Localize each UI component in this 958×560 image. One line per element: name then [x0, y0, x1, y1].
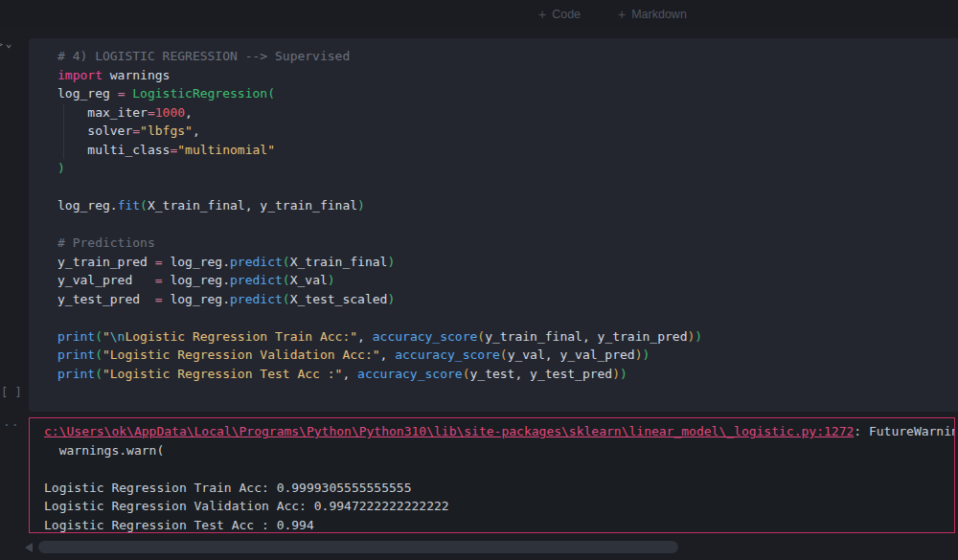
output-line: Logistic Regression Test Acc : 0.994 [44, 516, 954, 534]
code-token: log_reg. [163, 292, 230, 306]
plus-icon: + [538, 8, 546, 21]
code-token: ( [95, 329, 103, 344]
code-token: 1000 [155, 105, 185, 120]
code-token: import [57, 68, 103, 82]
code-token: Logistic Regression Train Acc:" [125, 329, 357, 344]
code-token: ( [95, 367, 103, 381]
output-line: c:\Users\ok\AppData\Local\Programs\Pytho… [44, 422, 954, 441]
scroll-left-arrow-icon[interactable] [25, 543, 33, 552]
code-token: , [185, 105, 193, 120]
code-line: # Predictions [57, 234, 702, 253]
code-token: ( [477, 329, 485, 344]
code-token: ( [500, 347, 508, 362]
code-token: predict [230, 255, 283, 269]
code-token: ) [643, 347, 650, 362]
code-token: accuracy_score [395, 347, 500, 362]
notebook-toolbar: + Code + Markdown [0, 0, 958, 29]
code-token: y_val_pred [57, 273, 155, 287]
code-token: = [155, 273, 163, 287]
plus-icon: + [618, 8, 626, 21]
code-token: log_reg. [163, 255, 230, 269]
add-markdown-label: Markdown [631, 8, 687, 21]
code-line: # 4) LOGISTIC REGRESSION --> Supervised [57, 47, 702, 66]
code-token: X_train_final [290, 255, 388, 269]
code-token: accuracy_score [373, 329, 478, 344]
cell-run-controls: ▷ ⌄ [0, 37, 11, 51]
code-token: warnings.warn( [44, 443, 164, 458]
run-cell-icon[interactable]: ▷ [0, 37, 3, 51]
output-lines: c:\Users\ok\AppData\Local\Programs\Pytho… [30, 418, 954, 533]
code-token: LogisticRegression [132, 86, 267, 101]
chevron-down-icon[interactable]: ⌄ [6, 39, 12, 49]
code-line [57, 308, 702, 327]
code-line: print("\nLogistic Regression Train Acc:"… [57, 327, 702, 347]
output-line: Logistic Regression Validation Acc: 0.99… [44, 497, 954, 516]
code-token: = [132, 123, 140, 138]
code-cell-editor[interactable]: # 4) LOGISTIC REGRESSION --> Supervisedi… [29, 38, 958, 412]
code-token: ) [612, 367, 620, 381]
code-token: y_val, y_val_pred [508, 347, 635, 362]
execution-count: [ ] [1, 386, 22, 399]
output-menu-dots-icon[interactable]: ·· [3, 417, 20, 432]
code-token: solver [57, 123, 132, 138]
code-token: "Logistic Regression Validation Acc:" [103, 347, 380, 362]
code-line: log_reg.fit(X_train_final, y_train_final… [57, 196, 702, 215]
code-token: predict [230, 292, 283, 306]
code-token: ) [695, 329, 702, 344]
code-line: max_iter=1000, [57, 103, 702, 123]
code-token: log_reg [57, 86, 118, 101]
code-token: , [342, 367, 357, 381]
code-token: # Predictions [57, 235, 155, 250]
code-token: fit [118, 198, 140, 213]
code-token: warnings [103, 68, 170, 82]
code-token: X_val [290, 273, 328, 287]
output-line: Logistic Regression Train Acc: 0.9999305… [44, 479, 954, 498]
code-token: Logistic Regression Test Acc : 0.994 [44, 518, 314, 532]
code-token: ) [387, 255, 395, 269]
code-line: ) [57, 159, 702, 178]
code-token: ( [95, 347, 103, 362]
horizontal-scrollbar-thumb[interactable] [38, 541, 678, 553]
code-token: , [380, 347, 396, 362]
code-token: ( [140, 198, 148, 213]
code-token: Logistic Regression Train Acc: 0.9999305… [44, 481, 412, 495]
code-token: ) [57, 161, 65, 175]
code-token: ( [283, 292, 290, 306]
code-line: print("Logistic Regression Validation Ac… [57, 346, 702, 365]
code-token: Logistic Regression Validation Acc: 0.99… [44, 499, 449, 513]
code-token: ) [328, 273, 335, 287]
cell-output: c:\Users\ok\AppData\Local\Programs\Pytho… [29, 417, 955, 533]
code-token: print [57, 329, 95, 344]
add-code-cell-button[interactable]: + Code [538, 5, 581, 24]
code-token: ) [387, 292, 395, 306]
code-token: ) [357, 198, 365, 213]
code-lines: # 4) LOGISTIC REGRESSION --> Supervisedi… [57, 47, 702, 383]
code-token: = [148, 105, 155, 120]
add-code-label: Code [552, 8, 581, 21]
code-line: y_train_pred = log_reg.predict(X_train_f… [57, 253, 702, 272]
code-token: ) [635, 347, 643, 362]
add-markdown-cell-button[interactable]: + Markdown [618, 5, 687, 24]
code-token: = [155, 292, 163, 306]
code-token: predict [230, 273, 283, 287]
code-token: \n [110, 329, 125, 344]
code-token: "lbfgs" [140, 123, 193, 138]
code-token: print [57, 367, 95, 381]
code-line: multi_class="multinomial" [57, 141, 702, 160]
code-token: " [103, 329, 110, 344]
code-token: y_test, y_test_pred [469, 367, 612, 381]
code-line [57, 178, 702, 197]
code-token: print [57, 347, 95, 362]
code-token: y_train_pred [57, 255, 155, 269]
code-token: X_test_scaled [290, 292, 388, 306]
code-token: "multinomial" [177, 143, 275, 157]
output-line: warnings.warn( [44, 441, 954, 460]
code-token: log_reg. [163, 273, 230, 287]
code-token: , [357, 329, 373, 344]
code-line: solver="lbfgs", [57, 122, 702, 141]
code-token: = [155, 255, 163, 269]
code-token: X_train_final, y_train_final [148, 198, 357, 213]
code-token: y_train_final, y_train_pred [485, 329, 687, 344]
code-token: ( [267, 86, 275, 101]
warning-file-link[interactable]: c:\Users\ok\AppData\Local\Programs\Pytho… [44, 424, 854, 438]
